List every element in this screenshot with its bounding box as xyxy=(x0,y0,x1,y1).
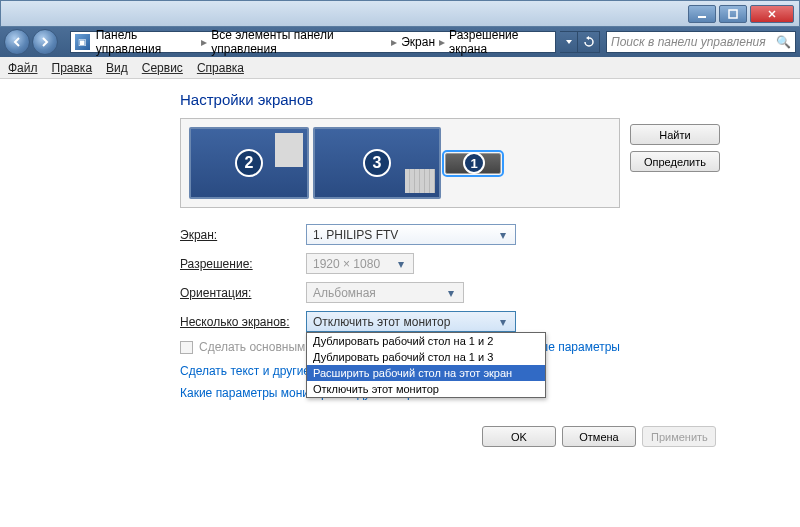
apply-button: Применить xyxy=(642,426,716,447)
menu-edit[interactable]: Правка xyxy=(52,61,93,75)
monitor-number: 1 xyxy=(463,152,485,174)
address-dropdown[interactable] xyxy=(560,31,578,53)
monitor-number: 3 xyxy=(363,149,391,177)
menu-bar: Файл Правка Вид Сервис Справка xyxy=(0,57,800,79)
navigation-bar: ▣ Панель управления ▸ Все элементы панел… xyxy=(0,27,800,57)
window-titlebar xyxy=(0,0,800,27)
search-input[interactable]: Поиск в панели управления 🔍 xyxy=(606,31,796,53)
chevron-right-icon: ▸ xyxy=(435,35,449,49)
window-preview-icon xyxy=(275,133,303,167)
menu-help[interactable]: Справка xyxy=(197,61,244,75)
monitor-3[interactable]: 3 xyxy=(313,127,441,199)
back-button[interactable] xyxy=(4,29,30,55)
svg-rect-0 xyxy=(698,16,706,18)
identify-button[interactable]: Определить xyxy=(630,151,720,172)
menu-view[interactable]: Вид xyxy=(106,61,128,75)
monitor-1[interactable]: 1 xyxy=(445,153,501,174)
dropdown-option[interactable]: Дублировать рабочий стол на 1 и 2 xyxy=(307,333,545,349)
breadcrumb[interactable]: Экран xyxy=(401,35,435,49)
multiple-displays-dropdown: Дублировать рабочий стол на 1 и 2 Дублир… xyxy=(306,332,546,398)
chevron-down-icon: ▾ xyxy=(443,286,459,300)
resolution-select: 1920 × 1080 ▾ xyxy=(306,253,414,274)
breadcrumb[interactable]: Все элементы панели управления xyxy=(211,28,387,56)
chevron-down-icon: ▾ xyxy=(495,228,511,242)
control-panel-icon: ▣ xyxy=(75,34,90,50)
maximize-button[interactable] xyxy=(719,5,747,23)
dialog-buttons: OK Отмена Применить xyxy=(80,426,720,447)
page-title: Настройки экранов xyxy=(180,91,620,108)
dropdown-option[interactable]: Дублировать рабочий стол на 1 и 3 xyxy=(307,349,545,365)
make-primary-label: Сделать основным xyxy=(199,340,305,354)
ok-button[interactable]: OK xyxy=(482,426,556,447)
multiple-displays-label: Несколько экранов: xyxy=(180,315,306,329)
monitor-arrangement[interactable]: 2 3 1 xyxy=(180,118,620,208)
cancel-button[interactable]: Отмена xyxy=(562,426,636,447)
dropdown-option[interactable]: Отключить этот монитор xyxy=(307,381,545,397)
breadcrumb[interactable]: Панель управления xyxy=(96,28,198,56)
chevron-right-icon: ▸ xyxy=(387,35,401,49)
resolution-value: 1920 × 1080 xyxy=(313,257,380,271)
dropdown-option[interactable]: Расширить рабочий стол на этот экран xyxy=(307,365,545,381)
find-button[interactable]: Найти xyxy=(630,124,720,145)
orientation-select: Альбомная ▾ xyxy=(306,282,464,303)
display-label: Экран: xyxy=(180,228,306,242)
refresh-button[interactable] xyxy=(578,31,600,53)
multiple-displays-value: Отключить этот монитор xyxy=(313,315,450,329)
orientation-value: Альбомная xyxy=(313,286,376,300)
close-button[interactable] xyxy=(750,5,794,23)
make-primary-checkbox xyxy=(180,341,193,354)
content-area: Настройки экранов 2 3 1 Найти Определить xyxy=(0,79,800,447)
monitor-2[interactable]: 2 xyxy=(189,127,309,199)
menu-file[interactable]: Файл xyxy=(8,61,38,75)
forward-button[interactable] xyxy=(32,29,58,55)
display-value: 1. PHILIPS FTV xyxy=(313,228,398,242)
menu-service[interactable]: Сервис xyxy=(142,61,183,75)
text-size-link[interactable]: Сделать текст и другие xyxy=(180,364,310,378)
chevron-down-icon: ▾ xyxy=(495,315,511,329)
orientation-label: Ориентация: xyxy=(180,286,306,300)
minimize-button[interactable] xyxy=(688,5,716,23)
display-select[interactable]: 1. PHILIPS FTV ▾ xyxy=(306,224,516,245)
monitor-number: 2 xyxy=(235,149,263,177)
search-icon: 🔍 xyxy=(776,35,791,49)
breadcrumb[interactable]: Разрешение экрана xyxy=(449,28,551,56)
multiple-displays-select[interactable]: Отключить этот монитор ▾ xyxy=(306,311,516,332)
chevron-down-icon: ▾ xyxy=(393,257,409,271)
window-preview-icon xyxy=(405,169,435,193)
svg-rect-1 xyxy=(729,10,737,18)
chevron-right-icon: ▸ xyxy=(197,35,211,49)
resolution-label: Разрешение: xyxy=(180,257,306,271)
address-bar[interactable]: ▣ Панель управления ▸ Все элементы панел… xyxy=(70,31,556,53)
search-placeholder: Поиск в панели управления xyxy=(611,35,766,49)
